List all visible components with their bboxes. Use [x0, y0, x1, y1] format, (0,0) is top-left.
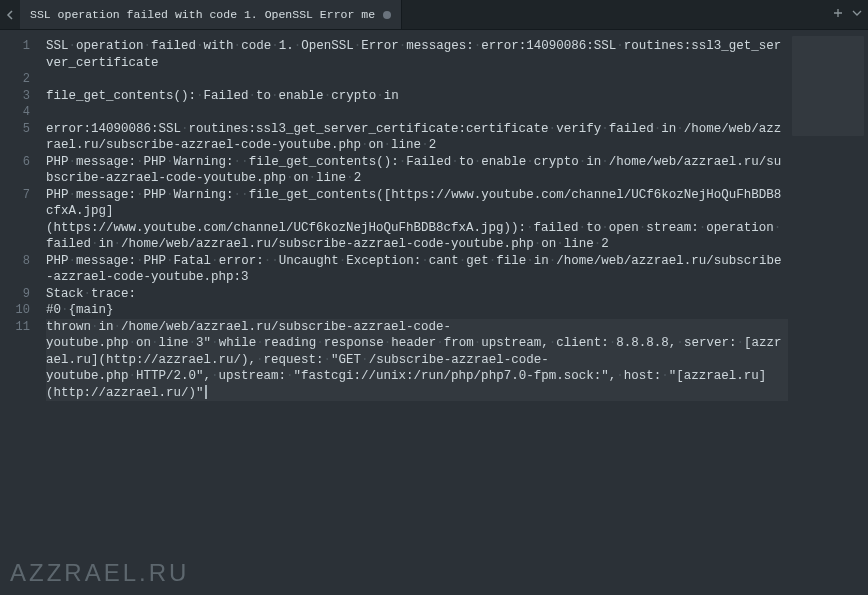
code-line[interactable]: SSL·operation·failed·with·code·1.·OpenSS… [46, 38, 788, 71]
code-line[interactable]: PHP·message:·PHP·Warning:··file_get_cont… [46, 154, 788, 187]
tab-title: SSL operation failed with code 1. OpenSS… [30, 8, 375, 21]
line-number: 11 [0, 319, 40, 336]
line-number-wrap [0, 220, 40, 237]
code-line[interactable] [46, 104, 788, 121]
line-number-wrap [0, 137, 40, 154]
line-number-wrap [0, 203, 40, 220]
tab-dirty-indicator [383, 11, 391, 19]
tab-menu-button[interactable] [852, 7, 862, 23]
code-line[interactable]: PHP·message:·PHP·Warning:··file_get_cont… [46, 187, 788, 253]
code-content[interactable]: SSL·operation·failed·with·code·1.·OpenSS… [40, 30, 788, 595]
code-line[interactable]: file_get_contents():·Failed·to·enable·cr… [46, 88, 788, 105]
code-line[interactable]: error:14090086:SSL·routines:ssl3_get_ser… [46, 121, 788, 154]
line-number-wrap [0, 55, 40, 72]
line-number: 6 [0, 154, 40, 171]
line-number: 4 [0, 104, 40, 121]
code-line[interactable]: PHP·message:·PHP·Fatal·error:··Uncaught·… [46, 253, 788, 286]
line-number-wrap [0, 269, 40, 286]
line-number-wrap [0, 385, 40, 402]
text-cursor [205, 385, 207, 399]
editor-area: 1234567891011 SSL·operation·failed·with·… [0, 30, 868, 595]
minimap-view [792, 36, 864, 136]
line-number: 1 [0, 38, 40, 55]
line-number-wrap [0, 368, 40, 385]
code-line[interactable]: Stack·trace: [46, 286, 788, 303]
new-tab-button[interactable] [832, 7, 844, 23]
line-number: 9 [0, 286, 40, 303]
code-line[interactable]: #0·{main} [46, 302, 788, 319]
tab-active[interactable]: SSL operation failed with code 1. OpenSS… [20, 0, 402, 29]
minimap[interactable] [788, 30, 868, 595]
line-number-wrap [0, 335, 40, 352]
line-number: 2 [0, 71, 40, 88]
watermark: AZZRAEL.RU [10, 559, 189, 587]
line-number: 7 [0, 187, 40, 204]
line-number: 5 [0, 121, 40, 138]
code-line[interactable]: thrown·in·/home/web/azzrael.ru/subscribe… [46, 319, 788, 402]
code-line[interactable] [46, 71, 788, 88]
tab-bar: SSL operation failed with code 1. OpenSS… [0, 0, 868, 30]
line-number-wrap [0, 170, 40, 187]
line-number: 3 [0, 88, 40, 105]
line-number-wrap [0, 352, 40, 369]
line-number-wrap [0, 236, 40, 253]
line-number: 8 [0, 253, 40, 270]
line-number: 10 [0, 302, 40, 319]
tab-scroll-left[interactable] [0, 0, 20, 29]
line-number-gutter: 1234567891011 [0, 30, 40, 595]
